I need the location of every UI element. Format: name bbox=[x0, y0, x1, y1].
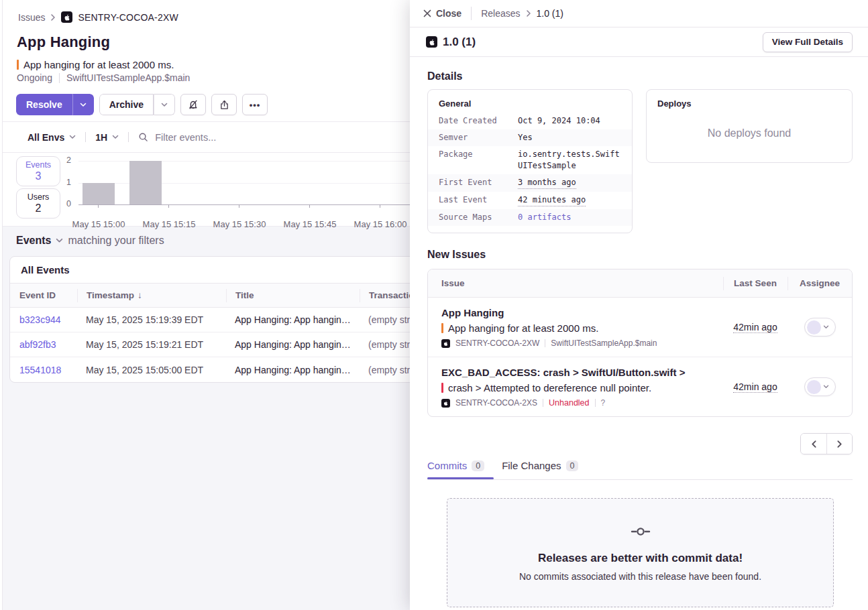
view-full-details-button[interactable]: View Full Details bbox=[763, 32, 853, 52]
last-seen-value[interactable]: 42min ago bbox=[733, 381, 777, 393]
archive-dropdown-button[interactable] bbox=[154, 94, 175, 115]
column-header-timestamp[interactable]: Timestamp ↓ bbox=[77, 289, 226, 302]
bell-slash-icon bbox=[187, 99, 199, 111]
commits-empty-description: No commits associated with this release … bbox=[519, 571, 761, 582]
share-button[interactable] bbox=[211, 94, 237, 115]
breadcrumb-issues-link[interactable]: Issues bbox=[18, 12, 45, 23]
chevron-right-icon bbox=[836, 440, 843, 448]
search-input[interactable] bbox=[155, 132, 356, 143]
new-issues-table-header: Issue Last Seen Assignee bbox=[428, 269, 852, 298]
issue-message-row: crash > Attempted to dereference null po… bbox=[441, 381, 716, 394]
resolve-button[interactable]: Resolve bbox=[16, 94, 72, 115]
more-actions-button[interactable]: ••• bbox=[242, 94, 268, 115]
event-id-link[interactable]: abf92fb3 bbox=[10, 339, 77, 350]
events-stat-toggle[interactable]: Events 3 bbox=[16, 156, 60, 186]
chevron-right-icon bbox=[50, 13, 56, 21]
close-icon bbox=[423, 9, 431, 17]
issue-project-id: SENTRY-COCOA-2XS bbox=[455, 398, 537, 408]
date-range-filter[interactable]: 1H bbox=[95, 132, 119, 143]
drawer-title-bar: 1.0 (1) View Full Details bbox=[410, 27, 868, 57]
apple-platform-icon bbox=[426, 36, 437, 48]
issue-culprit-text: App hanging for at least 2000 ms. bbox=[23, 59, 174, 70]
event-id-link[interactable]: b323c944 bbox=[10, 314, 77, 325]
issue-row[interactable]: EXC_BAD_ACCESS: crash > SwiftUI/Button.s… bbox=[428, 357, 852, 416]
breadcrumb-short-id[interactable]: SENTRY-COCOA-2XW bbox=[78, 12, 178, 23]
source-maps-link[interactable]: 0 artifacts bbox=[518, 212, 621, 223]
chevron-down-icon bbox=[161, 103, 168, 107]
commits-empty-title: Releases are better with commit data! bbox=[538, 552, 743, 565]
breadcrumb-releases-link[interactable]: Releases bbox=[481, 8, 520, 19]
column-header-assignee: Assignee bbox=[788, 278, 852, 288]
issue-title-link[interactable]: App Hanging bbox=[441, 306, 716, 319]
kv-row-first-event: First Event 3 months ago bbox=[428, 174, 632, 192]
column-header-event-id[interactable]: Event ID bbox=[10, 290, 77, 300]
mute-button[interactable] bbox=[180, 94, 206, 115]
previous-page-button[interactable] bbox=[801, 434, 826, 454]
x-axis-tick-label: May 15 15:00 bbox=[65, 219, 132, 229]
chevron-down-icon bbox=[80, 103, 87, 107]
issue-row[interactable]: App Hanging App hanging for at least 200… bbox=[428, 298, 852, 357]
next-page-button[interactable] bbox=[826, 434, 852, 454]
deploys-card-title: Deploys bbox=[657, 99, 841, 109]
divider bbox=[128, 132, 129, 142]
archive-button[interactable]: Archive bbox=[99, 94, 154, 115]
environment-filter[interactable]: All Envs bbox=[28, 132, 76, 143]
column-header-title[interactable]: Title bbox=[226, 289, 360, 302]
x-axis-tick-label: May 15 15:45 bbox=[276, 219, 343, 229]
kv-row-semver: Semver Yes bbox=[428, 129, 632, 146]
issue-level-indicator bbox=[17, 60, 19, 70]
issue-message-row: App hanging for at least 2000 ms. bbox=[441, 322, 716, 334]
general-card: General Date Created Oct 9, 2024 10:04 S… bbox=[427, 89, 633, 233]
event-title: App Hanging: App hangin… bbox=[226, 365, 360, 375]
last-seen-value[interactable]: 42min ago bbox=[733, 322, 777, 333]
chevron-down-icon bbox=[69, 135, 76, 139]
tab-commits[interactable]: Commits 0 bbox=[427, 460, 484, 479]
users-stat-label: Users bbox=[28, 192, 50, 202]
assignee-dropdown[interactable] bbox=[804, 377, 836, 396]
issue-level-indicator bbox=[441, 323, 443, 333]
events-heading-label[interactable]: Events bbox=[16, 235, 51, 247]
event-timestamp: May 15, 2025 15:19:21 EDT bbox=[77, 339, 226, 350]
chevron-left-icon bbox=[811, 440, 817, 448]
chevron-down-icon bbox=[112, 135, 119, 139]
tab-commits-label: Commits bbox=[427, 460, 467, 471]
last-seen-cell: 42min ago bbox=[723, 298, 788, 357]
deploys-empty-message: No deploys found bbox=[657, 113, 841, 154]
y-axis-tick-label: 1 bbox=[59, 178, 71, 187]
commits-empty-state: Releases are better with commit data! No… bbox=[447, 498, 834, 607]
kv-row-source-maps: Source Maps 0 artifacts bbox=[428, 209, 632, 226]
deploys-card: Deploys No deploys found bbox=[646, 89, 853, 163]
details-columns: General Date Created Oct 9, 2024 10:04 S… bbox=[427, 89, 853, 233]
question-mark-icon[interactable]: ? bbox=[601, 398, 606, 408]
divider bbox=[545, 339, 545, 347]
chevron-down-icon[interactable] bbox=[56, 238, 63, 243]
x-tick bbox=[168, 204, 169, 208]
apple-platform-icon bbox=[441, 339, 450, 348]
issue-meta-row: Ongoing SwiftUITestSampleApp.$main bbox=[17, 72, 190, 83]
assignee-dropdown[interactable] bbox=[804, 318, 836, 337]
drawer-breadcrumb: Releases 1.0 (1) bbox=[481, 8, 563, 19]
tab-file-changes[interactable]: File Changes 0 bbox=[502, 460, 578, 479]
users-stat-toggle[interactable]: Users 2 bbox=[16, 188, 60, 219]
chevron-down-icon bbox=[823, 325, 829, 329]
issue-title-link[interactable]: EXC_BAD_ACCESS: crash > SwiftUI/Button.s… bbox=[441, 366, 716, 379]
x-tick bbox=[98, 204, 99, 208]
release-version-text: 1.0 (1) bbox=[443, 36, 476, 49]
sort-desc-icon: ↓ bbox=[138, 290, 142, 300]
divider bbox=[543, 399, 543, 407]
event-id-link[interactable]: 15541018 bbox=[10, 365, 77, 375]
release-title: 1.0 (1) bbox=[426, 36, 476, 49]
issue-action-bar: Resolve Archive ••• bbox=[16, 94, 268, 115]
divider bbox=[85, 132, 86, 142]
event-title: App Hanging: App hangin… bbox=[226, 339, 360, 350]
issue-message: App hanging for at least 2000 ms. bbox=[448, 322, 598, 334]
issue-summary: EXC_BAD_ACCESS: crash > SwiftUI/Button.s… bbox=[428, 357, 723, 416]
close-drawer-button[interactable]: Close bbox=[423, 8, 462, 19]
issue-tag-row: SENTRY-COCOA-2XW SwiftUITestSampleApp.$m… bbox=[441, 339, 716, 348]
event-chart-plot[interactable]: May 15 15:00 May 15 15:15 May 15 15:30 M… bbox=[78, 161, 427, 204]
resolve-dropdown-button[interactable] bbox=[72, 94, 94, 115]
breadcrumb-release-version: 1.0 (1) bbox=[537, 8, 563, 19]
x-axis-tick-label: May 15 15:30 bbox=[206, 219, 273, 229]
kv-row-date-created: Date Created Oct 9, 2024 10:04 bbox=[428, 113, 632, 129]
x-tick bbox=[380, 204, 380, 208]
